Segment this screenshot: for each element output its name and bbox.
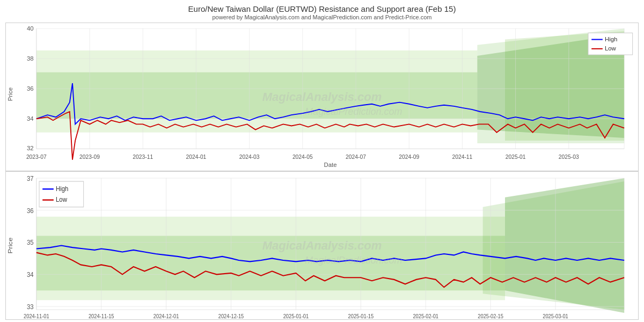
svg-text:High: High — [605, 36, 617, 42]
svg-text:34: 34 — [27, 270, 34, 279]
svg-text:35: 35 — [27, 239, 34, 247]
bottom-chart: 37 36 35 34 33 Price 2024-11-01 2024-11-… — [5, 171, 639, 320]
svg-text:Low: Low — [56, 195, 67, 203]
svg-text:2024-09: 2024-09 — [399, 154, 419, 160]
svg-text:2025-01: 2025-01 — [506, 154, 526, 160]
svg-text:2025-02-01: 2025-02-01 — [413, 313, 438, 319]
svg-text:37: 37 — [27, 174, 34, 182]
svg-text:2024-01: 2024-01 — [186, 154, 206, 160]
svg-text:32: 32 — [27, 145, 34, 151]
svg-text:36: 36 — [27, 85, 34, 92]
svg-text:2025-02-15: 2025-02-15 — [478, 313, 503, 319]
svg-text:34: 34 — [27, 115, 34, 122]
svg-text:33: 33 — [27, 303, 34, 311]
svg-text:2024-11: 2024-11 — [452, 154, 472, 160]
svg-text:Price: Price — [7, 87, 13, 101]
svg-text:2023-11: 2023-11 — [133, 154, 153, 160]
svg-text:2025-01-01: 2025-01-01 — [283, 313, 309, 319]
svg-text:2025-03: 2025-03 — [559, 154, 579, 160]
svg-marker-4 — [36, 72, 478, 119]
svg-text:2024-03: 2024-03 — [239, 154, 260, 160]
svg-text:Price: Price — [7, 237, 14, 253]
svg-text:40: 40 — [27, 25, 34, 32]
svg-text:High: High — [56, 185, 69, 193]
page-container: Euro/New Taiwan Dollar (EURTWD) Resistan… — [0, 0, 644, 322]
svg-text:2024-12-01: 2024-12-01 — [153, 313, 179, 319]
svg-text:2024-05: 2024-05 — [292, 154, 313, 160]
svg-text:36: 36 — [27, 207, 34, 215]
svg-text:2024-11-01: 2024-11-01 — [24, 313, 49, 319]
svg-text:Date: Date — [324, 162, 337, 168]
main-title: Euro/New Taiwan Dollar (EURTWD) Resistan… — [5, 4, 639, 13]
subtitle: powered by MagicalAnalysis.com and Magic… — [5, 14, 639, 20]
svg-text:2025-01-15: 2025-01-15 — [348, 313, 374, 319]
svg-text:2023-07: 2023-07 — [26, 154, 47, 160]
svg-text:2024-12-15: 2024-12-15 — [218, 313, 244, 319]
top-chart: 40 38 36 34 32 Price 2023-07 2023-09 202… — [5, 23, 639, 171]
svg-marker-50 — [36, 236, 505, 291]
svg-text:2024-07: 2024-07 — [346, 154, 366, 160]
svg-text:Low: Low — [605, 45, 617, 52]
charts-wrapper: 40 38 36 34 32 Price 2023-07 2023-09 202… — [5, 23, 639, 320]
svg-text:2025-03-01: 2025-03-01 — [543, 313, 568, 319]
svg-text:38: 38 — [27, 55, 34, 62]
svg-text:2024-11-15: 2024-11-15 — [89, 313, 114, 319]
svg-text:2023-09: 2023-09 — [79, 154, 100, 160]
